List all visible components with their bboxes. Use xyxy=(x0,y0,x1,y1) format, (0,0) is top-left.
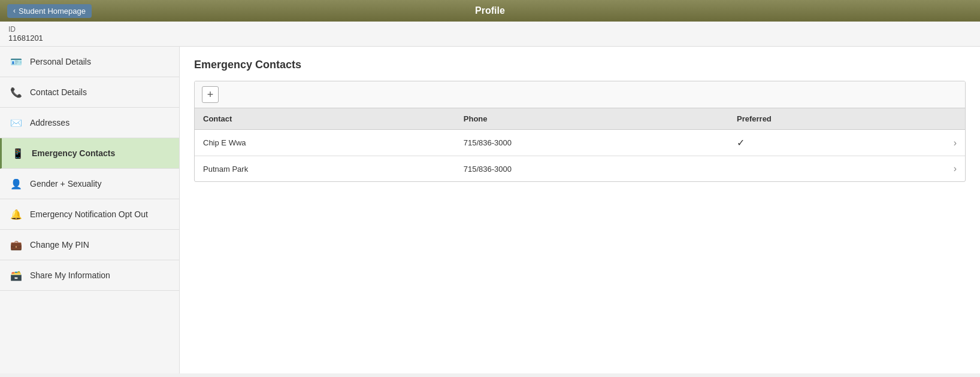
table-row[interactable]: Putnam Park715/836-3000› xyxy=(195,156,965,182)
addresses-icon: ✉️ xyxy=(10,116,23,129)
back-button[interactable]: ‹ Student Homepage xyxy=(7,4,92,18)
gender-sexuality-icon: 👤 xyxy=(10,177,23,190)
sidebar-item-personal-details[interactable]: 🪪Personal Details xyxy=(0,47,179,77)
cell-phone-1: 715/836-3000 xyxy=(455,156,728,182)
sidebar-item-label-change-pin: Change My PIN xyxy=(30,240,89,250)
add-contact-button[interactable]: + xyxy=(202,86,219,103)
chevron-left-icon: ‹ xyxy=(13,7,16,15)
col-header-action xyxy=(945,108,965,130)
sidebar-item-emergency-contacts[interactable]: 📱Emergency Contacts xyxy=(0,138,179,169)
table-header: ContactPhonePreferred xyxy=(195,108,965,130)
sidebar-item-change-pin[interactable]: 💼Change My PIN xyxy=(0,230,179,260)
main-layout: 🪪Personal Details📞Contact Details✉️Addre… xyxy=(0,47,980,373)
sidebar-item-label-emergency-contacts: Emergency Contacts xyxy=(32,148,115,158)
contacts-table: ContactPhonePreferred Chip E Wwa715/836-… xyxy=(195,108,965,181)
page-title: Profile xyxy=(475,5,505,16)
emergency-contacts-table-container: + ContactPhonePreferred Chip E Wwa715/83… xyxy=(194,81,966,182)
header: ‹ Student Homepage Profile xyxy=(0,0,980,22)
id-bar: ID 11681201 xyxy=(0,22,980,47)
add-row: + xyxy=(195,81,965,108)
sidebar-item-gender-sexuality[interactable]: 👤Gender + Sexuality xyxy=(0,169,179,199)
section-title: Emergency Contacts xyxy=(194,59,966,71)
emergency-contacts-icon: 📱 xyxy=(11,147,25,160)
col-header-preferred: Preferred xyxy=(728,108,945,130)
col-header-phone: Phone xyxy=(455,108,728,130)
sidebar-item-contact-details[interactable]: 📞Contact Details xyxy=(0,77,179,108)
cell-phone-0: 715/836-3000 xyxy=(455,130,728,156)
cell-preferred-1 xyxy=(728,156,945,182)
change-pin-icon: 💼 xyxy=(10,238,23,251)
emergency-notification-icon: 🔔 xyxy=(10,208,23,221)
table-header-row: ContactPhonePreferred xyxy=(195,108,965,130)
sidebar-item-addresses[interactable]: ✉️Addresses xyxy=(0,108,179,138)
personal-details-icon: 🪪 xyxy=(10,55,23,68)
cell-chevron-0: › xyxy=(945,130,965,156)
sidebar-item-label-personal-details: Personal Details xyxy=(30,57,91,66)
id-label: ID xyxy=(8,25,972,34)
sidebar-item-emergency-notification[interactable]: 🔔Emergency Notification Opt Out xyxy=(0,199,179,230)
main-content: Emergency Contacts + ContactPhonePreferr… xyxy=(180,47,980,373)
sidebar-item-label-gender-sexuality: Gender + Sexuality xyxy=(30,179,101,188)
cell-chevron-1: › xyxy=(945,156,965,182)
cell-contact-0: Chip E Wwa xyxy=(195,130,455,156)
sidebar-item-label-share-info: Share My Information xyxy=(30,270,110,280)
col-header-contact: Contact xyxy=(195,108,455,130)
table-body: Chip E Wwa715/836-3000✓›Putnam Park715/8… xyxy=(195,130,965,182)
sidebar-item-label-addresses: Addresses xyxy=(30,118,69,127)
table-row[interactable]: Chip E Wwa715/836-3000✓› xyxy=(195,130,965,156)
cell-preferred-0: ✓ xyxy=(728,130,945,156)
cell-contact-1: Putnam Park xyxy=(195,156,455,182)
sidebar-item-share-info[interactable]: 🗃️Share My Information xyxy=(0,260,179,291)
id-value: 11681201 xyxy=(8,34,972,42)
share-info-icon: 🗃️ xyxy=(10,269,23,282)
sidebar-item-label-contact-details: Contact Details xyxy=(30,87,87,97)
contact-details-icon: 📞 xyxy=(10,86,23,99)
sidebar: 🪪Personal Details📞Contact Details✉️Addre… xyxy=(0,47,180,373)
sidebar-item-label-emergency-notification: Emergency Notification Opt Out xyxy=(30,209,148,219)
back-button-label: Student Homepage xyxy=(19,7,86,16)
